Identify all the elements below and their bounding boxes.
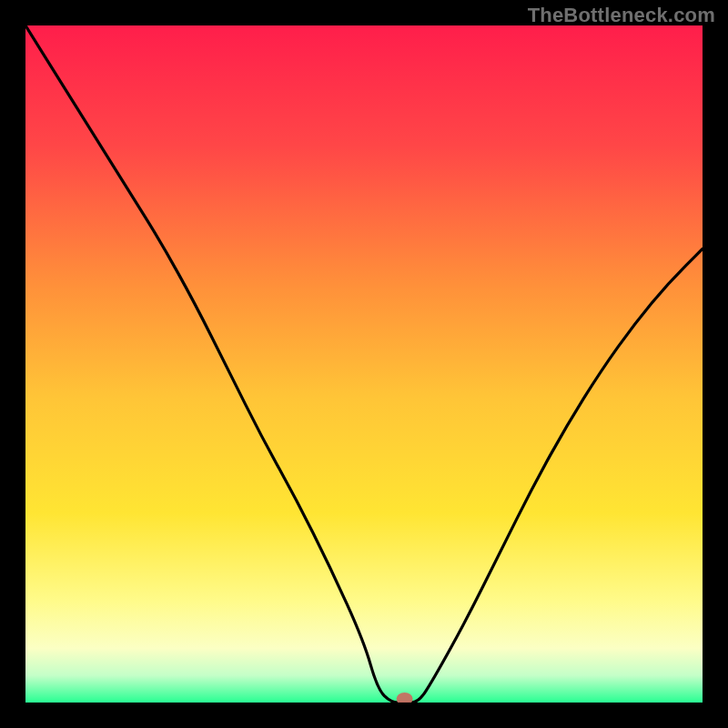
chart-frame: TheBottleneck.com xyxy=(0,0,728,728)
watermark-text: TheBottleneck.com xyxy=(528,4,715,27)
bottleneck-chart-svg xyxy=(25,25,703,703)
plot-area xyxy=(25,25,703,703)
gradient-background xyxy=(25,25,703,703)
